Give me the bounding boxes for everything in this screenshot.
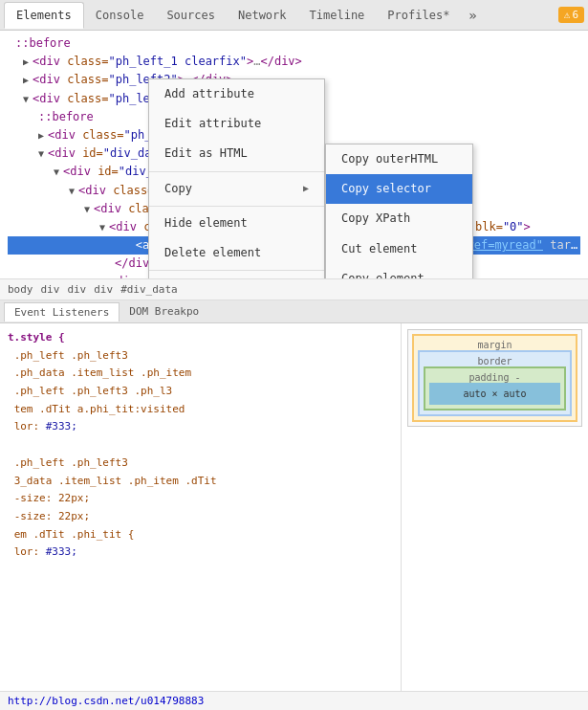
breadcrumb-body[interactable]: body <box>8 283 33 296</box>
box-padding: padding - auto × auto <box>424 366 566 410</box>
tab-network[interactable]: Network <box>227 3 298 28</box>
style-line: em .dTit .phi_tit { <box>8 526 393 544</box>
style-line: .ph_left .ph_left3 <box>8 347 393 366</box>
box-border: border padding - auto × auto <box>418 350 572 416</box>
separator <box>149 270 324 271</box>
code-line: ▶<div class="ph_left_1 clearfix">…</div> <box>8 53 580 71</box>
style-line: -size: 22px; <box>8 508 393 526</box>
style-line: lor: #333; <box>8 544 393 562</box>
style-line: lor: #333; <box>8 418 393 436</box>
separator <box>149 171 324 172</box>
style-panel: t.style { .ph_left .ph_left3 .ph_data .i… <box>0 323 588 691</box>
code-view[interactable]: ::before ▶<div class="ph_left_1 clearfix… <box>0 31 588 279</box>
style-line <box>8 436 393 455</box>
code-line: ::before <box>8 34 580 53</box>
submenu-copy-outerhtml[interactable]: Copy outerHTML <box>326 144 472 174</box>
padding-label: padding - <box>466 371 523 384</box>
breadcrumb-div1[interactable]: div <box>41 283 60 296</box>
submenu-copy-selector[interactable]: Copy selector <box>326 174 472 204</box>
tab-console[interactable]: Console <box>84 3 156 28</box>
box-model: margin border padding - auto × auto <box>407 329 582 427</box>
separator <box>149 206 324 207</box>
box-margin: margin border padding - auto × auto <box>412 334 577 422</box>
style-selector: t.style { <box>8 329 393 347</box>
menu-edit-attribute[interactable]: Edit attribute <box>149 109 324 139</box>
status-bar: http://blog.csdn.net/u014798883 <box>0 691 588 710</box>
warning-icon: ⚠ <box>564 9 571 21</box>
warning-badge: ⚠ 6 <box>558 7 584 23</box>
bottom-tabs: Event Listeners DOM Breakpo <box>0 300 588 323</box>
main-area: ::before ▶<div class="ph_left_1 clearfix… <box>0 31 588 710</box>
style-line: 3_data .item_list .ph_item .dTit <box>8 473 393 491</box>
style-line: .ph_data .item_list .ph_item <box>8 365 393 383</box>
style-line: .ph_left .ph_left3 <box>8 455 393 473</box>
breadcrumb-div3[interactable]: div <box>94 283 113 296</box>
warning-count: 6 <box>572 9 578 21</box>
context-menu-overlay: Add attribute Edit attribute Edit as HTM… <box>148 78 325 279</box>
menu-expand-all[interactable]: Expand all <box>149 273 324 279</box>
style-left: t.style { .ph_left .ph_left3 .ph_data .i… <box>0 323 402 691</box>
context-menu: Add attribute Edit attribute Edit as HTM… <box>148 78 325 279</box>
submenu-cut-element[interactable]: Cut element <box>326 234 472 264</box>
tab-dom-breakpoints[interactable]: DOM Breakpo <box>120 302 208 321</box>
style-line: .ph_left .ph_left3 .ph_l3 <box>8 383 393 401</box>
border-label: border <box>474 355 514 367</box>
breadcrumb-div-data[interactable]: #div_data <box>120 283 178 296</box>
tab-bar: Elements Console Sources Network Timelin… <box>0 0 588 31</box>
tab-profiles[interactable]: Profiles* <box>376 3 461 28</box>
breadcrumb-div2[interactable]: div <box>67 283 86 296</box>
menu-hide-element[interactable]: Hide element <box>149 209 324 238</box>
submenu-arrow: ▶ <box>303 181 309 196</box>
menu-copy[interactable]: Copy ▶ <box>149 174 324 204</box>
box-content: auto × auto <box>429 383 560 405</box>
style-line: -size: 22px; <box>8 490 393 508</box>
style-right: margin border padding - auto × auto <box>402 323 588 691</box>
menu-edit-html[interactable]: Edit as HTML <box>149 139 324 168</box>
submenu-copy-element[interactable]: Copy element <box>326 264 472 279</box>
breadcrumb: body div div div #div_data <box>0 279 588 300</box>
style-line: tem .dTit a.phi_tit:visited <box>8 401 393 419</box>
tab-elements[interactable]: Elements <box>4 2 84 29</box>
status-url: http://blog.csdn.net/u014798883 <box>8 695 204 707</box>
tab-more[interactable]: » <box>461 2 484 29</box>
tab-sources[interactable]: Sources <box>155 3 227 28</box>
copy-submenu: Copy outerHTML Copy selector Copy XPath … <box>325 144 473 279</box>
menu-add-attribute[interactable]: Add attribute <box>149 79 324 109</box>
menu-delete-element[interactable]: Delete element <box>149 238 324 268</box>
submenu-copy-xpath[interactable]: Copy XPath <box>326 204 472 233</box>
tab-timeline[interactable]: Timeline <box>298 3 377 28</box>
margin-label: margin <box>474 339 514 351</box>
tab-event-listeners[interactable]: Event Listeners <box>4 302 120 322</box>
